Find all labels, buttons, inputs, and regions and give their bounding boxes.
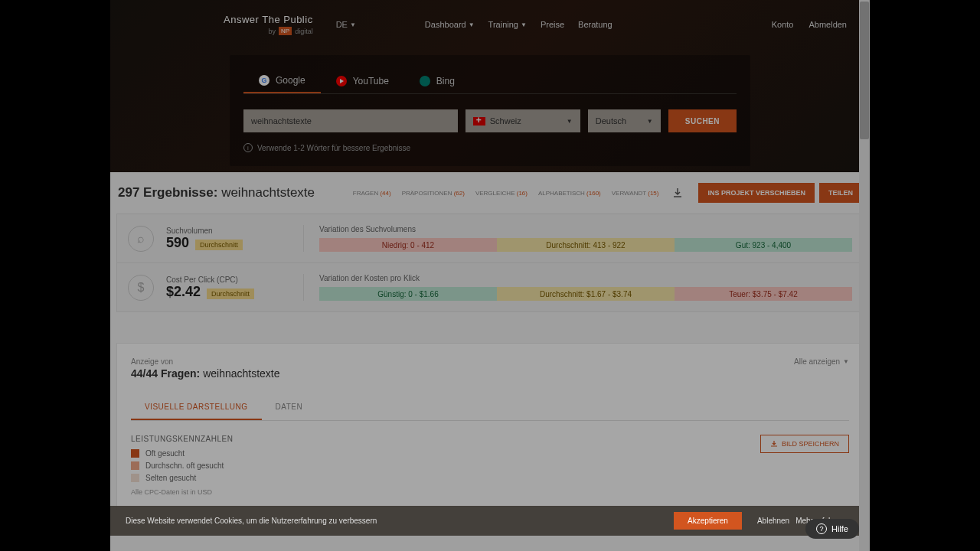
nav-preise[interactable]: Preise: [541, 20, 564, 29]
cpc-seg-low: Günstig: 0 - $1.66: [319, 287, 497, 301]
sv-value: 590: [166, 235, 189, 251]
tab-visual[interactable]: VISUELLE DARSTELLUNG: [131, 395, 262, 420]
bing-icon: [420, 76, 430, 86]
legend-item: Oft gesucht: [131, 449, 233, 458]
legend-title: LEISTUNGSKENNZAHLEN: [131, 435, 233, 443]
nav-beratung[interactable]: Beratung: [578, 20, 612, 29]
filter-vergleiche[interactable]: VERGLEICHE (16): [475, 190, 528, 197]
hero-section: Answer The Public by NP digital DE▼ Dash…: [110, 0, 870, 172]
cpc-seg-hi: Teuer: $3.75 - $7.42: [675, 287, 852, 301]
top-bar: Answer The Public by NP digital DE▼ Dash…: [110, 9, 870, 40]
cpc-badge: Durchschnitt: [207, 289, 254, 299]
legend-item: Selten gesucht: [131, 474, 233, 482]
brand-sub: by NP digital: [224, 27, 313, 35]
help-icon: ?: [816, 523, 827, 534]
language-dropdown[interactable]: Deutsch ▼: [588, 109, 661, 132]
cpc-label: Cost Per Click (CPC): [166, 276, 254, 284]
save-image-button[interactable]: BILD SPEICHERN: [760, 435, 849, 453]
google-icon: G: [259, 75, 270, 86]
chevron-down-icon: ▼: [843, 358, 849, 365]
qp-sub: Anzeige von: [131, 357, 280, 366]
cookie-banner: Diese Website verwendet Cookies, um die …: [110, 506, 859, 536]
chevron-down-icon: ▼: [469, 21, 475, 28]
nav-abmelden[interactable]: Abmelden: [808, 20, 847, 29]
search-hint: i Verwende 1-2 Wörter für bessere Ergebn…: [243, 143, 737, 152]
questions-panel: Anzeige von 44/44 Fragen: weihnachtstext…: [116, 343, 864, 510]
search-row: Schweiz ▼ Deutsch ▼ SUCHEN: [243, 109, 737, 132]
chevron-down-icon: ▼: [350, 21, 356, 28]
chevron-down-icon: ▼: [521, 21, 527, 28]
np-badge: NP: [279, 27, 292, 35]
engine-tabs: G Google YouTube Bing: [243, 69, 737, 94]
nav-training[interactable]: Training▼: [488, 20, 527, 29]
filter-praep[interactable]: PRÄPOSITIONEN (62): [402, 190, 465, 197]
cpc-var-label: Variation der Kosten pro Klick: [319, 274, 852, 282]
search-volume-box: ⌕ Suchvolumen 590Durchschnitt Variation …: [116, 214, 864, 263]
tab-data[interactable]: DATEN: [262, 395, 317, 420]
filter-alpha[interactable]: ALPHABETISCH (160): [538, 190, 601, 197]
tab-youtube[interactable]: YouTube: [321, 69, 404, 93]
download-icon[interactable]: [669, 184, 686, 201]
search-volume-icon: ⌕: [128, 226, 154, 252]
sv-label: Suchvolumen: [166, 227, 243, 235]
cookie-accept-button[interactable]: Akzeptieren: [674, 512, 742, 530]
legend-swatch-icon: [131, 449, 139, 458]
cpc-value: $2.42: [166, 284, 201, 300]
filter-tabs: FRAGEN (44) PRÄPOSITIONEN (62) VERGLEICH…: [353, 190, 659, 197]
cookie-decline-link[interactable]: Ablehnen: [757, 517, 789, 525]
brand-block: Answer The Public by NP digital: [224, 14, 313, 35]
sv-seg-mid: Durchschnitt: 413 - 922: [497, 238, 675, 252]
scrollbar[interactable]: [859, 0, 870, 551]
qp-main: 44/44 Fragen: weihnachtstexte: [131, 367, 280, 380]
legend-swatch-icon: [131, 461, 139, 470]
filter-fragen[interactable]: FRAGEN (44): [353, 190, 391, 197]
search-input[interactable]: [243, 109, 458, 132]
cpc-icon: $: [128, 275, 154, 301]
app-content: Answer The Public by NP digital DE▼ Dash…: [110, 0, 870, 551]
results-header: 297 Ergebnisse: weihnachtstexte FRAGEN (…: [110, 172, 870, 214]
tab-google[interactable]: G Google: [243, 69, 321, 93]
nav-right: Konto Abmelden: [772, 20, 847, 29]
sv-seg-hi: Gut: 923 - 4,400: [675, 238, 852, 252]
cpc-box: $ Cost Per Click (CPC) $2.42Durchschnitt…: [116, 263, 864, 312]
chevron-down-icon: ▼: [647, 118, 653, 125]
country-dropdown[interactable]: Schweiz ▼: [466, 109, 580, 132]
tab-bing[interactable]: Bing: [404, 69, 470, 93]
sv-badge: Durchschnitt: [195, 240, 243, 250]
legend-note: Alle CPC-Daten ist in USD: [131, 488, 233, 496]
help-widget[interactable]: ? Hilfe: [805, 519, 859, 539]
legend-swatch-icon: [131, 474, 139, 482]
filter-verwandt[interactable]: VERWANDT (15): [612, 190, 659, 197]
download-icon: [770, 440, 778, 448]
cpc-var-bar: Günstig: 0 - $1.66 Durchschnitt: $1.67 -…: [319, 287, 852, 301]
info-icon: i: [243, 143, 253, 152]
scrollbar-thumb[interactable]: [860, 2, 869, 139]
move-to-project-button[interactable]: INS PROJEKT VERSCHIEBEN: [698, 183, 815, 203]
cpc-seg-mid: Durchschnitt: $1.67 - $3.74: [497, 287, 675, 301]
legend-item: Durchschn. oft gesucht: [131, 461, 233, 470]
chevron-down-icon: ▼: [567, 118, 573, 125]
youtube-icon: [336, 76, 347, 86]
results-title: 297 Ergebnisse: weihnachtstexte: [118, 185, 315, 201]
nav-dashboard[interactable]: Dashboard▼: [425, 20, 475, 29]
show-all-dropdown[interactable]: Alle anzeigen▼: [794, 357, 849, 366]
flag-ch-icon: [473, 117, 485, 126]
sv-var-bar: Niedrig: 0 - 412 Durchschnitt: 413 - 922…: [319, 238, 852, 252]
view-tabs: VISUELLE DARSTELLUNG DATEN: [131, 395, 849, 421]
sv-seg-low: Niedrig: 0 - 412: [319, 238, 497, 252]
brand-name: Answer The Public: [224, 14, 313, 25]
main-nav: Dashboard▼ Training▼ Preise Beratung: [425, 20, 612, 29]
search-panel: G Google YouTube Bing Schweiz ▼: [230, 55, 750, 166]
sv-var-label: Variation des Suchvolumens: [319, 225, 852, 233]
share-button[interactable]: TEILEN: [819, 183, 862, 203]
language-selector[interactable]: DE▼: [336, 20, 356, 29]
cookie-text: Diese Website verwendet Cookies, um die …: [126, 517, 377, 525]
search-button[interactable]: SUCHEN: [668, 109, 737, 132]
nav-konto[interactable]: Konto: [772, 20, 794, 29]
